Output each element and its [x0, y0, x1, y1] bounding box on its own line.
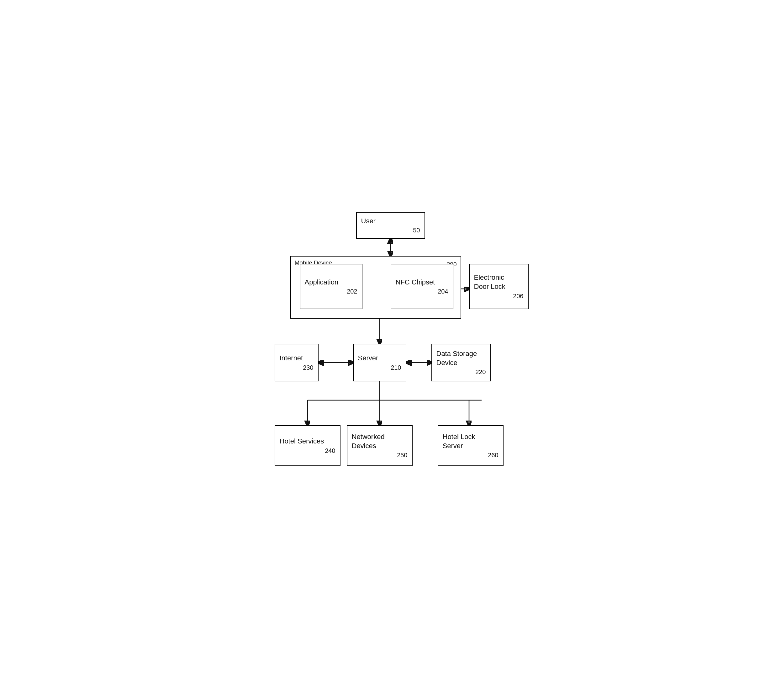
nfc-chipset-box: NFC Chipset 204 [391, 264, 453, 309]
hotel-lock-server-box: Hotel Lock Server 260 [438, 425, 503, 466]
internet-label: Internet [280, 354, 303, 363]
data-storage-label: Data Storage Device [436, 349, 477, 367]
user-num: 50 [413, 227, 420, 234]
server-num: 210 [391, 364, 401, 371]
application-box: Application 202 [300, 264, 363, 309]
nfc-chipset-label: NFC Chipset [396, 278, 435, 287]
edl-label: Electronic Door Lock [474, 273, 505, 291]
user-label: User [361, 217, 376, 226]
hotel-services-num: 240 [325, 447, 335, 455]
edl-num: 206 [513, 293, 523, 300]
application-label: Application [305, 278, 339, 287]
hotel-services-box: Hotel Services 240 [275, 425, 340, 466]
user-box: User 50 [356, 212, 425, 239]
data-storage-num: 220 [475, 368, 486, 376]
networked-devices-box: Networked Devices 250 [347, 425, 413, 466]
internet-box: Internet 230 [275, 344, 318, 382]
diagram: User 50 Mobile Device 200 Application 20… [250, 209, 532, 491]
networked-devices-label: Networked Devices [352, 432, 385, 450]
networked-devices-num: 250 [397, 452, 407, 459]
application-num: 202 [347, 288, 357, 295]
server-label: Server [358, 354, 378, 363]
nfc-chipset-num: 204 [438, 288, 448, 295]
electronic-door-lock-box: Electronic Door Lock 206 [469, 264, 529, 309]
hotel-lock-server-num: 260 [488, 452, 498, 459]
hotel-lock-server-label: Hotel Lock Server [443, 432, 475, 450]
data-storage-box: Data Storage Device 220 [431, 344, 491, 382]
server-box: Server 210 [353, 344, 406, 382]
internet-num: 230 [303, 364, 313, 371]
hotel-services-label: Hotel Services [280, 437, 324, 446]
